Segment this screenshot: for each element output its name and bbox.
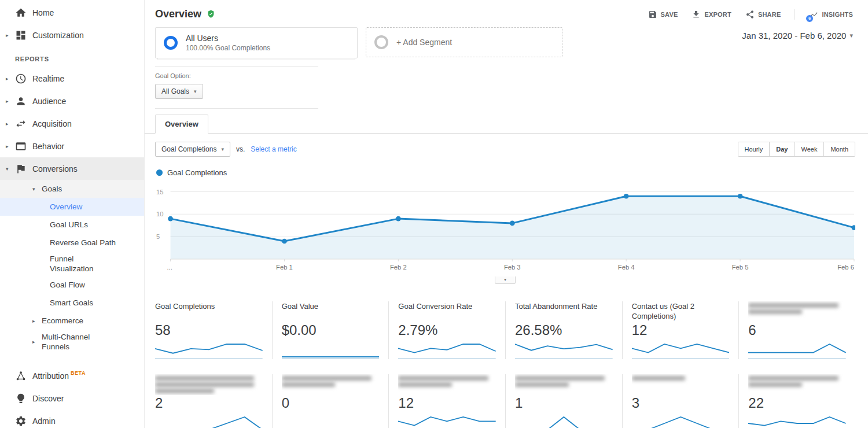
blurred-text-bar [515,382,569,387]
export-button[interactable]: EXPORT [692,10,731,19]
blurred-text-bar [155,389,214,393]
sidebar-item-label: Multi-Channel Funnels [42,330,110,354]
goal-completions-line-chart[interactable]: 51015...Feb 1Feb 2Feb 3Feb 4Feb 5Feb 6 [155,179,855,276]
select-metric-link[interactable]: Select a metric [251,145,296,153]
behavior-icon [15,141,27,152]
page-title: Overview [155,8,201,20]
goal-option-value: All Goals [161,87,189,95]
legend-dot-icon [156,169,163,176]
legend-label: Goal Completions [167,168,227,177]
sidebar-item-overview[interactable]: Overview [0,198,144,216]
metric-card[interactable]: 12 [388,374,505,428]
caret-right-icon: ▸ [5,32,14,38]
sidebar-item-multi-channel-funnels[interactable]: ▸ Multi-Channel Funnels [0,330,144,354]
sidebar-item-label: Home [32,8,54,17]
tab-overview[interactable]: Overview [155,115,208,134]
sidebar-item-attribution[interactable]: Attribution BETA [0,364,144,387]
caret-down-icon: ▾ [5,166,14,172]
caret-right-icon: ▸ [5,98,14,104]
metric-card[interactable]: Goal Conversion Rate2.79% [388,301,505,359]
reports-section-label: REPORTS [0,46,144,67]
granularity-hourly-button[interactable]: Hourly [738,142,770,156]
metric-card[interactable]: Goal Value$0.00 [272,301,389,359]
metric-card-value: $0.00 [282,322,380,338]
sidebar-item-label: Attribution [32,371,69,381]
sidebar-item-label: Goal URLs [50,220,88,229]
metric-card[interactable]: 0 [272,374,389,428]
sidebar-item-realtime[interactable]: ▸ Realtime [0,67,144,90]
metric-card[interactable]: 22 [738,374,855,428]
sidebar-item-label: Audience [32,97,66,106]
metric-card-sparkline [748,342,846,359]
granularity-week-button[interactable]: Week [795,142,824,156]
sidebar-item-customization[interactable]: ▸ Customization [0,24,144,46]
sidebar-item-goals[interactable]: ▾ Goals [0,180,144,198]
svg-text:Feb 4: Feb 4 [618,264,635,271]
save-button[interactable]: SAVE [648,10,678,19]
metric-card[interactable]: Goal Completions58 [155,301,272,359]
metric-select[interactable]: Goal Completions ▾ [155,142,230,157]
blurred-text-bar [398,382,452,387]
sidebar-item-home[interactable]: Home [0,1,144,24]
insights-badge: 6 [806,15,813,22]
sidebar-item-behavior[interactable]: ▸ Behavior [0,135,144,157]
granularity-day-button[interactable]: Day [769,142,794,156]
sidebar-item-label: Admin [32,416,56,426]
caret-right-icon: ▸ [31,339,39,345]
google-analytics-app: Home ▸ Customization REPORTS ▸ Realtime … [0,0,868,428]
blurred-text-bar [748,376,838,381]
sidebar-item-admin[interactable]: Admin [0,409,144,428]
metric-card[interactable]: 3 [622,374,739,428]
chevron-down-icon: ▾ [504,278,506,282]
metric-card-value: 2.79% [398,322,496,338]
segment-radio-icon[interactable] [164,36,178,50]
add-segment-label: + Add Segment [396,38,452,47]
metric-card-sparkline [515,415,613,428]
sidebar-item-funnel-visualization[interactable]: Funnel Visualization [0,252,144,276]
sidebar-item-discover[interactable]: Discover [0,387,144,409]
metric-card-sparkline [155,342,263,359]
metric-card[interactable]: Contact us (Goal 2 Completions)12 [622,301,739,359]
sidebar-item-smart-goals[interactable]: Smart Goals [0,294,144,312]
sidebar-item-label: Smart Goals [50,298,93,307]
metric-card-sparkline [282,342,380,359]
blurred-text-bar [155,376,254,381]
metric-card-sparkline [632,415,730,428]
metric-card[interactable]: Total Abandonment Rate26.58% [505,301,622,359]
verified-shield-icon [206,9,216,19]
lightbulb-icon [15,393,27,404]
sidebar-item-audience[interactable]: ▸ Audience [0,90,144,112]
metric-card-value: 6 [748,322,846,338]
sidebar-item-reverse-goal-path[interactable]: Reverse Goal Path [0,234,144,252]
add-segment-radio-icon [374,35,388,49]
date-range-picker[interactable]: Jan 31, 2020 - Feb 6, 2020 ▾ [742,27,853,40]
caret-right-icon: ▸ [31,318,39,324]
main-content: Overview SAVE EXPORT SHARE [145,0,868,428]
goal-option-select[interactable]: All Goals ▾ [155,84,203,99]
metric-card-value: 2 [155,395,263,411]
share-button[interactable]: SHARE [745,10,781,19]
chevron-down-icon: ▾ [194,88,197,94]
sidebar-item-label: Ecommerce [42,316,83,325]
sidebar-item-goal-flow[interactable]: Goal Flow [0,276,144,294]
caret-down-icon: ▾ [31,186,39,192]
chart-collapse-handle[interactable]: ▾ [495,276,516,284]
segment-title: All Users [186,34,270,43]
sidebar-item-ecommerce[interactable]: ▸ Ecommerce [0,312,144,330]
sidebar-item-label: Reverse Goal Path [50,238,116,247]
svg-text:5: 5 [156,233,160,240]
metric-card-sparkline [515,342,613,359]
metric-card-value: 0 [282,395,380,411]
add-segment-button[interactable]: + Add Segment [366,27,562,57]
caret-right-icon: ▸ [5,143,14,149]
sidebar-item-acquisition[interactable]: ▸ Acquisition [0,112,144,135]
metric-card[interactable]: 1 [505,374,622,428]
sidebar-item-conversions[interactable]: ▾ Conversions [0,157,144,180]
insights-button[interactable]: 6 INSIGHTS [809,10,853,19]
all-users-segment-card[interactable]: All Users 100.00% Goal Completions [155,27,358,58]
metric-card[interactable]: 2 [155,374,272,428]
share-icon [745,10,755,19]
sidebar-item-goal-urls[interactable]: Goal URLs [0,216,144,234]
granularity-month-button[interactable]: Month [823,142,855,156]
metric-card[interactable]: 6 [738,301,855,359]
